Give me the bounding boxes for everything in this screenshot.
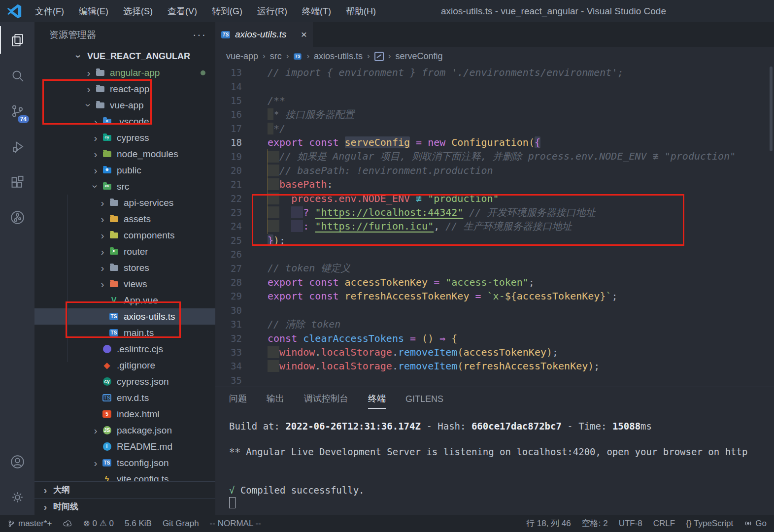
tree-item-app-vue[interactable]: VApp.vue — [34, 292, 215, 308]
code-line-16[interactable]: 16 * 接口服务器配置 — [215, 107, 774, 121]
code-line-25[interactable]: 25}); — [215, 233, 774, 247]
file-size[interactable]: 5.6 KiB — [119, 515, 157, 532]
menu-V[interactable]: 查看(V) — [160, 5, 204, 17]
tree-item-readme-md[interactable]: iREADME.md — [34, 438, 215, 455]
menu-T[interactable]: 终端(T) — [295, 5, 338, 17]
more-actions-icon[interactable]: ··· — [193, 29, 206, 41]
code-line-29[interactable]: 29export const refreshAccessTokenKey = `… — [215, 289, 774, 303]
code-editor[interactable]: 13// import { environment } from './envi… — [215, 66, 774, 387]
typescript-file-icon: TS — [107, 313, 120, 320]
chevron-right-icon: › — [98, 279, 107, 289]
breadcrumb-item[interactable]: axios-utils.ts — [314, 51, 363, 62]
code-line-33[interactable]: 33 window.localStorage.removeItem(access… — [215, 345, 774, 359]
tree-item--eslintrc-cjs[interactable]: .eslintrc.cjs — [34, 341, 215, 357]
extensions-icon[interactable] — [0, 164, 34, 200]
code-line-27[interactable]: 27// token 键定义 — [215, 261, 774, 275]
cursor-position[interactable]: 行 18, 列 46 — [521, 515, 576, 532]
tree-item-package-json[interactable]: ›JSpackage.json — [34, 422, 215, 438]
git-graph-icon[interactable] — [0, 200, 34, 235]
vim-mode[interactable]: -- NORMAL -- — [204, 515, 267, 532]
tree-item-public[interactable]: ›⊕public — [34, 162, 215, 178]
menu-G[interactable]: 转到(G) — [204, 5, 250, 17]
menu-E[interactable]: 编辑(E) — [71, 5, 116, 17]
breadcrumb-item[interactable]: src — [270, 51, 282, 62]
tree-item-src[interactable]: ›<>src — [34, 178, 215, 195]
tree-item-axios-utils-ts[interactable]: TSaxios-utils.ts — [34, 308, 215, 325]
tree-item--vscode[interactable]: ›×.vscode — [34, 113, 215, 130]
file-tree: ›VUE_REACT_ANGULAR›angular-app›react-app… — [34, 48, 215, 487]
menu-H[interactable]: 帮助(H) — [338, 5, 383, 17]
run-debug-icon[interactable] — [0, 129, 34, 164]
tree-item--gitignore[interactable]: ◆.gitignore — [34, 357, 215, 373]
terminal-line — [229, 497, 774, 509]
tree-item-main-ts[interactable]: TSmain.ts — [34, 325, 215, 341]
encoding[interactable]: UTF-8 — [613, 515, 648, 532]
tab-axios-utils[interactable]: TS axios-utils.ts × — [215, 22, 313, 47]
menu-S[interactable]: 选择(S) — [116, 5, 160, 17]
menu-R[interactable]: 运行(R) — [250, 5, 295, 17]
branch-indicator[interactable]: master*+ — [2, 515, 58, 532]
indentation[interactable]: 空格: 2 — [576, 515, 613, 532]
explorer-icon[interactable] — [0, 22, 34, 58]
timeline-section[interactable]: ›时间线 — [34, 498, 215, 515]
code-line-15[interactable]: 15/** — [215, 94, 774, 107]
code-line-26[interactable]: 26 — [215, 247, 774, 261]
problems-counter[interactable]: ⊗ 0 ⚠ 0 — [78, 515, 120, 532]
tree-item-assets[interactable]: ›assets — [34, 211, 215, 227]
breadcrumb-item[interactable]: vue-app — [226, 51, 258, 62]
settings-icon[interactable] — [0, 479, 34, 515]
language-mode[interactable]: {} TypeScript — [680, 515, 739, 532]
menu-F[interactable]: 文件(F) — [28, 5, 71, 17]
live-server[interactable]: Go — [739, 515, 772, 532]
eol[interactable]: CRLF — [648, 515, 680, 532]
code-line-19[interactable]: 19 // 如果是 Angular 项目, 则取消下面注释, 并删除 proce… — [215, 149, 774, 163]
tree-item-env-d-ts[interactable]: TSenv.d.ts — [34, 390, 215, 406]
tree-item-react-app[interactable]: ›react-app — [34, 81, 215, 97]
tree-item-vue-react-angular[interactable]: ›VUE_REACT_ANGULAR — [34, 48, 215, 65]
tree-item-stores[interactable]: ›stores — [34, 260, 215, 276]
source-control-icon[interactable]: 74 — [0, 93, 34, 129]
tree-item-vue-app[interactable]: ›vue-app — [34, 97, 215, 113]
code-line-20[interactable]: 20 // basePath: !environment.production — [215, 164, 774, 177]
panel-tab-GITLENS[interactable]: GITLENS — [405, 394, 443, 409]
code-line-28[interactable]: 28export const accessTokenKey = "access-… — [215, 275, 774, 289]
tree-item-node-modules[interactable]: ›node_modules — [34, 146, 215, 162]
code-line-31[interactable]: 31// 清除 token — [215, 317, 774, 331]
editor-scrollbar[interactable] — [770, 66, 773, 151]
close-icon[interactable]: × — [301, 29, 307, 40]
outline-section[interactable]: ›大纲 — [34, 481, 215, 498]
line-number: 28 — [215, 277, 246, 288]
publish-button[interactable] — [58, 515, 78, 532]
code-line-17[interactable]: 17 */ — [215, 122, 774, 135]
tree-item-router[interactable]: ›➤router — [34, 243, 215, 260]
code-line-21[interactable]: 21 basePath: — [215, 177, 774, 191]
terminal-output[interactable]: Build at: 2022-06-26T12:31:36.174Z - Has… — [215, 414, 774, 509]
tree-item-index-html[interactable]: 5index.html — [34, 406, 215, 422]
code-line-34[interactable]: 34 window.localStorage.removeItem(refres… — [215, 359, 774, 373]
code-line-32[interactable]: 32const clearAccessTokens = () ⇒ { — [215, 331, 774, 345]
code-line-22[interactable]: 22 process.env.NODE_ENV ≢ "production" — [215, 192, 774, 205]
code-line-14[interactable]: 14 — [215, 79, 774, 93]
tree-item-tsconfig-json[interactable]: ›TStsconfig.json — [34, 455, 215, 471]
line-number: 30 — [215, 305, 246, 316]
git-graph-button[interactable]: Git Graph — [157, 515, 204, 532]
panel-tab-问题[interactable]: 问题 — [229, 393, 247, 409]
code-line-18[interactable]: 18export const serveConfig = new Configu… — [215, 135, 774, 149]
panel-tab-输出[interactable]: 输出 — [267, 393, 284, 409]
code-line-23[interactable]: 23 ? "https://localhost:44342" // 开发环境服务… — [215, 205, 774, 219]
tree-item-angular-app[interactable]: ›angular-app — [34, 65, 215, 81]
breadcrumb-item[interactable]: serveConfig — [395, 51, 442, 62]
tree-item-cypress[interactable]: ›cycypress — [34, 130, 215, 146]
search-icon[interactable] — [0, 58, 34, 93]
panel-tab-终端[interactable]: 终端 — [368, 393, 386, 409]
code-line-35[interactable]: 35 — [215, 373, 774, 387]
tree-item-views[interactable]: ›views — [34, 276, 215, 292]
tree-item-components[interactable]: ›components — [34, 227, 215, 243]
tree-item-api-services[interactable]: ›api-services — [34, 195, 215, 211]
code-line-30[interactable]: 30 — [215, 303, 774, 317]
code-line-13[interactable]: 13// import { environment } from './envi… — [215, 66, 774, 79]
code-line-24[interactable]: 24 : "https://furion.icu", // 生产环境服务器接口地… — [215, 219, 774, 233]
tree-item-cypress-json[interactable]: cycypress.json — [34, 373, 215, 390]
account-icon[interactable] — [0, 444, 34, 479]
panel-tab-调试控制台[interactable]: 调试控制台 — [304, 393, 348, 409]
